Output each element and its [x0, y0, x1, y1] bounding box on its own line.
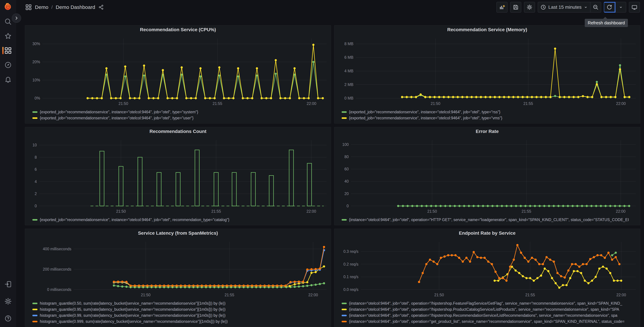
- legend-label: {instance="otelcol:9464", job="otel", op…: [349, 301, 622, 306]
- legend-swatch: [32, 111, 38, 113]
- expand-sidebar-button[interactable]: [12, 14, 21, 23]
- legend-label: {exported_job="recommendationservice", i…: [40, 218, 229, 222]
- top-bar: Demo / Demo Dashboard Last: [16, 0, 644, 14]
- svg-text:40: 40: [344, 179, 349, 184]
- dashboards-grid-icon: [25, 4, 32, 10]
- svg-text:21:50: 21:50: [427, 209, 437, 214]
- cycle-view-mode-button[interactable]: [629, 2, 640, 12]
- legend-item[interactable]: {instance="otelcol:9464", job="otel", op…: [342, 217, 638, 223]
- main-area: Demo / Demo Dashboard Last: [16, 0, 644, 327]
- breadcrumb-separator: /: [51, 4, 53, 10]
- zoom-out-time-button[interactable]: [590, 2, 601, 12]
- panel-title[interactable]: Error Rate: [334, 127, 640, 136]
- svg-text:8: 8: [34, 155, 37, 160]
- latency-chart[interactable]: 21:5021:5522:000 milliseconds200 millise…: [25, 238, 331, 300]
- svg-text:21:55: 21:55: [525, 293, 535, 297]
- panel-service-latency: Service Latency (from SpanMetrics) 21:50…: [25, 229, 331, 327]
- refresh-interval-dropdown[interactable]: [616, 2, 626, 12]
- svg-text:21:50: 21:50: [434, 293, 444, 297]
- save-dashboard-button[interactable]: [510, 2, 521, 12]
- legend-item[interactable]: {exported_job="recommendationservice", i…: [32, 115, 328, 121]
- svg-text:21:50: 21:50: [116, 209, 126, 214]
- legend-swatch: [342, 219, 347, 220]
- svg-text:0 milliseconds: 0 milliseconds: [47, 288, 71, 292]
- time-range-picker[interactable]: Last 15 minutes: [538, 2, 590, 12]
- dashboard-settings-button[interactable]: [524, 2, 535, 12]
- error-rate-chart[interactable]: 21:5021:5522:00020406080100: [334, 136, 640, 216]
- gear-icon: [526, 4, 532, 10]
- svg-text:21:55: 21:55: [212, 102, 222, 106]
- legend-swatch: [342, 117, 347, 119]
- cpu-chart[interactable]: 21:5021:5522:000%10%20%30%: [25, 34, 331, 108]
- save-icon: [513, 4, 519, 10]
- legend-label: {exported_job="recommendationservice", i…: [40, 110, 198, 114]
- legend-item[interactable]: {exported_job="recommendationservice", i…: [342, 109, 638, 115]
- help-circle-icon: [4, 314, 12, 322]
- panel-title[interactable]: Recommendation Service (CPU%): [25, 25, 331, 34]
- refresh-dashboard-button[interactable]: [604, 2, 616, 12]
- monitor-icon: [632, 4, 638, 10]
- legend-item[interactable]: histogram_quantile(0.95, sum(rate(latenc…: [32, 306, 328, 312]
- sidebar-item-alerting[interactable]: [0, 75, 16, 84]
- legend-swatch: [32, 321, 38, 322]
- endpoint-rate-chart[interactable]: 21:5021:5522:000.0 req/s0.1 req/s0.2 req…: [334, 238, 640, 300]
- legend-swatch: [32, 117, 38, 119]
- sidebar-item-sign-in[interactable]: [4, 280, 12, 288]
- svg-text:0: 0: [34, 204, 37, 208]
- legend-label: {exported_job="recommendationservice", i…: [40, 116, 194, 120]
- breadcrumb-page-title: Demo Dashboard: [56, 4, 95, 10]
- legend-item[interactable]: {exported_job="recommendationservice", i…: [32, 109, 328, 115]
- legend-label: {instance="otelcol:9464", job="otel", op…: [349, 218, 629, 222]
- sidebar-item-settings[interactable]: [4, 297, 12, 306]
- legend-item[interactable]: {instance="otelcol:9464", job="otel", op…: [342, 312, 638, 318]
- search-icon: [4, 18, 12, 26]
- chevron-down-icon: [584, 5, 588, 10]
- legend-item[interactable]: {instance="otelcol:9464", job="otel", op…: [342, 300, 638, 306]
- dashboard-grid: Recommendation Service (CPU%) 21:5021:55…: [16, 14, 644, 327]
- sidebar-nav: [0, 18, 16, 84]
- sign-in-icon: [4, 280, 12, 288]
- chevron-right-icon: [14, 16, 19, 20]
- panel-legend: {exported_job="recommendationservice", i…: [25, 108, 331, 124]
- sidebar-item-help[interactable]: [4, 314, 12, 323]
- svg-text:0.1 req/s: 0.1 req/s: [344, 275, 358, 279]
- breadcrumb-section[interactable]: Demo: [35, 4, 48, 10]
- legend-item[interactable]: histogram_quantile(0.50, sum(rate(latenc…: [32, 300, 328, 306]
- svg-text:0.0 req/s: 0.0 req/s: [344, 288, 358, 292]
- count-chart[interactable]: 21:5021:5522:000246810: [25, 136, 331, 216]
- sidebar-item-dashboards[interactable]: [0, 46, 16, 55]
- svg-text:21:55: 21:55: [225, 293, 234, 297]
- svg-text:8 MB: 8 MB: [344, 42, 354, 46]
- legend-item[interactable]: {instance="otelcol:9464", job="otel", op…: [342, 306, 638, 312]
- sidebar-item-starred[interactable]: [0, 32, 16, 40]
- svg-text:21:55: 21:55: [211, 209, 221, 214]
- sidebar-item-explore[interactable]: [0, 61, 16, 69]
- legend-item[interactable]: histogram_quantile(0.99, sum(rate(latenc…: [32, 312, 328, 318]
- breadcrumb: Demo / Demo Dashboard: [25, 4, 104, 10]
- panel-title[interactable]: Recommendations Count: [25, 127, 331, 136]
- add-panel-icon: [499, 4, 505, 10]
- add-panel-button[interactable]: [496, 2, 508, 12]
- legend-item[interactable]: {exported_job="recommendationservice", i…: [32, 217, 328, 223]
- svg-text:21:50: 21:50: [430, 102, 440, 106]
- grafana-logo-icon[interactable]: [3, 2, 13, 12]
- svg-text:4: 4: [34, 180, 37, 184]
- share-icon[interactable]: [98, 4, 104, 10]
- legend-item[interactable]: {instance="otelcol:9464", job="otel", op…: [342, 318, 638, 324]
- legend-item[interactable]: {exported_job="recommendationservice", i…: [342, 115, 638, 121]
- panel-error-rate: Error Rate 21:5021:5522:00020406080100 {…: [334, 127, 640, 225]
- panel-title[interactable]: Service Latency (from SpanMetrics): [25, 229, 331, 238]
- legend-swatch: [32, 309, 38, 310]
- legend-item[interactable]: histogram_quantile(0.999, sum(rate(laten…: [32, 318, 328, 324]
- time-picker-group: Last 15 minutes: [538, 2, 601, 12]
- svg-text:22:00: 22:00: [616, 209, 626, 214]
- memory-chart[interactable]: 21:5021:5522:000 MB2 MB4 MB6 MB8 MB: [334, 34, 640, 108]
- panel-title[interactable]: Endpoint Rate by Service: [334, 229, 640, 238]
- refresh-icon: [606, 4, 612, 10]
- panel-legend: {instance="otelcol:9464", job="otel", op…: [334, 216, 640, 225]
- legend-label: {instance="otelcol:9464", job="otel", op…: [349, 319, 624, 324]
- svg-text:6: 6: [34, 167, 37, 172]
- refresh-group: [604, 2, 626, 12]
- compass-icon: [4, 61, 12, 69]
- tooltip-text: Refresh dashboard: [588, 20, 625, 25]
